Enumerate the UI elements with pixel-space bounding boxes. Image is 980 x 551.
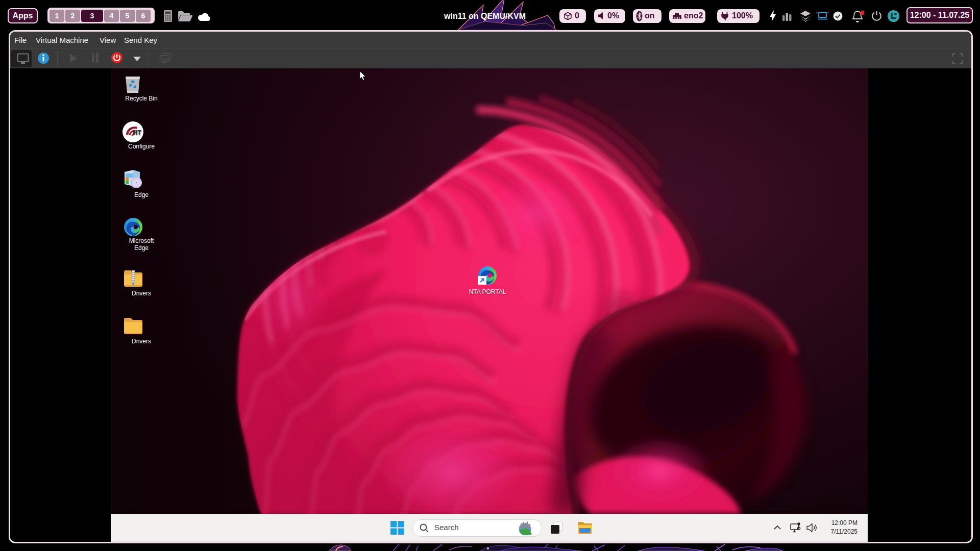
svg-text:HT: HT [133,129,142,136]
